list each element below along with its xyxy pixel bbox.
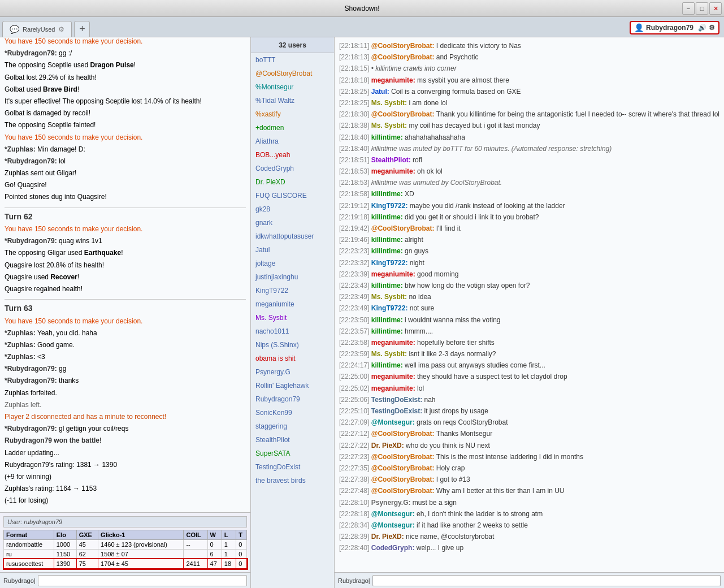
user-list-item[interactable]: +dodmen <box>251 121 334 135</box>
chat-message: [22:23:50] killintime: i wouldnt wanna m… <box>339 315 719 326</box>
stats-user-header: User: rubydragon79 <box>3 516 247 528</box>
battle-input-bar: Rubydrago| <box>0 572 250 588</box>
stats-col-header: GXE <box>76 530 98 540</box>
user-list-item[interactable]: %Tidal Waltz <box>251 94 334 107</box>
minimize-button[interactable]: − <box>682 2 695 15</box>
user-list-item[interactable]: Rubydragon79 <box>251 392 334 406</box>
chat-username: @CoolStoryBrobat: <box>371 487 436 495</box>
stats-col-header: Format <box>4 530 54 540</box>
battle-panel: You have 150 seconds to make your decisi… <box>0 37 251 588</box>
add-tab-button[interactable]: + <box>74 21 90 37</box>
chat-input[interactable] <box>372 575 721 586</box>
user-list-item[interactable]: gnark <box>251 216 334 230</box>
chat-message: [22:18:13] @CoolStoryBrobat: and Psychot… <box>339 52 719 63</box>
user-list-item[interactable]: BOB...yeah <box>251 148 334 162</box>
stats-col-header: W <box>207 530 222 540</box>
user-list-item[interactable]: the bravest birds <box>251 474 334 487</box>
user-list-item[interactable]: CodedGryph <box>251 162 334 175</box>
user-list-item[interactable]: SonicKen99 <box>251 406 334 420</box>
battle-log-line: You have 150 seconds to make your decisi… <box>5 37 246 47</box>
chat-message: [22:25:00] meganiumite: they should have… <box>339 371 719 382</box>
user-list-item[interactable]: Psynergy.G <box>251 365 334 379</box>
user-list-item[interactable]: @CoolStoryBrobat <box>251 67 334 80</box>
user-list-item[interactable]: obama is shit <box>251 352 334 365</box>
chat-timestamp: [22:28:34] <box>339 521 371 529</box>
chat-timestamp: [22:18:40] <box>339 145 371 153</box>
battle-log-line: *Rubydragon79: gl gettign your coil/reqs <box>5 423 246 434</box>
chat-username: killintime: <box>371 282 405 289</box>
stats-cell: ru <box>4 550 54 559</box>
user-list-item[interactable]: StealthPilot <box>251 433 334 447</box>
user-list-item[interactable]: Dr. PieXD <box>251 175 334 189</box>
user-list-item[interactable]: nacho1011 <box>251 325 334 338</box>
chat-timestamp: [22:27:35] <box>339 464 371 472</box>
battle-log-line: It's super effective! The opposing Scept… <box>5 96 246 107</box>
chat-timestamp: [22:18:13] <box>339 53 371 61</box>
battle-log-line: Player 2 disconnected and has a minute t… <box>5 412 246 422</box>
user-list-item[interactable]: Aliathra <box>251 135 334 148</box>
maximize-button[interactable]: □ <box>696 2 708 15</box>
window-title: Showdown! <box>344 5 379 12</box>
user-list-item[interactable]: Ms. Sysbit <box>251 311 334 325</box>
chat-username: Ms. Sysbit: <box>371 122 409 129</box>
chat-timestamp: [22:25:06] <box>339 396 371 404</box>
user-icon: 👤 <box>634 23 644 32</box>
tab-label: RarelyUsed <box>23 26 55 33</box>
chat-message: [22:18:18] meganiumite: ms sysbit you ar… <box>339 75 719 86</box>
chat-timestamp: [22:23:39] <box>339 270 371 278</box>
chat-message: [22:18:53] killintime was unmuted by Coo… <box>339 178 719 188</box>
user-list-item[interactable]: SuperSATA <box>251 447 334 460</box>
chat-message: [22:27:35] @CoolStoryBrobat: Holy crap <box>339 463 719 474</box>
settings-icon[interactable]: ⚙ <box>709 24 715 32</box>
chat-message: [22:23:39] meganiumite: good morning <box>339 269 719 280</box>
battle-log-line: *Zuphlas: Min damage! D: <box>5 144 246 155</box>
user-list-item[interactable]: FUQ GLISCORE <box>251 189 334 202</box>
user-list-item[interactable]: justinjiaxinghu <box>251 270 334 284</box>
chat-message: [22:23:57] killintime: hmmm.... <box>339 326 719 337</box>
user-list-item[interactable]: idkwhattoputasuser <box>251 230 334 243</box>
user-list-item[interactable]: Nips (S.Shinx) <box>251 338 334 352</box>
chat-username: killintime: <box>371 133 405 141</box>
tab-settings-icon: ⚙ <box>58 25 64 33</box>
chat-message: [22:28:40] CodedGryph: welp... I give up <box>339 543 719 554</box>
chat-message: [22:18:38] Ms. Sysbit: my coil has decay… <box>339 120 719 131</box>
stats-cell: 0 <box>236 550 247 559</box>
user-list-item[interactable]: %xastify <box>251 107 334 121</box>
battle-log-line: Rubydragon79 won the battle! <box>5 435 246 446</box>
battle-chat-input[interactable] <box>38 575 247 586</box>
user-list-item[interactable]: %Montsegur <box>251 80 334 94</box>
battle-log[interactable]: You have 150 seconds to make your decisi… <box>0 37 250 512</box>
battle-log-line: Golbat used Brave Bird! <box>5 84 246 95</box>
tab-rarelyused[interactable]: 💬 RarelyUsed ⚙ <box>2 21 72 37</box>
stats-cell: randombattle <box>4 540 54 550</box>
user-list-item[interactable]: Jatul <box>251 243 334 257</box>
user-list-item[interactable]: joltage <box>251 257 334 270</box>
chat-username: killintime: <box>371 213 405 221</box>
sound-icon[interactable]: 🔊 <box>698 24 706 32</box>
user-list-item[interactable]: Rollin' Eaglehawk <box>251 379 334 392</box>
battle-log-line: The opposing Sceptile used Dragon Pulse! <box>5 60 246 71</box>
user-list-item[interactable]: boTTT <box>251 53 334 67</box>
chat-username: @CoolStoryBrobat: <box>371 475 436 483</box>
stats-cell: 1 <box>222 540 236 550</box>
close-button[interactable]: ✕ <box>709 2 722 15</box>
user-list-item[interactable]: KingT9722 <box>251 284 334 297</box>
stats-body: randombattle1000451460 ± 123 (provisiona… <box>4 540 247 569</box>
user-list-item[interactable]: staggering <box>251 420 334 433</box>
chat-timestamp: [22:23:49] <box>339 304 371 312</box>
chat-log[interactable]: [22:18:11] @CoolStoryBrobat: I dedicate … <box>335 37 724 572</box>
chat-message: [22:27:22] Dr. PieXD: who do you think i… <box>339 440 719 451</box>
tabbar: 💬 RarelyUsed ⚙ + 👤 Rubydragon79 🔊 ⚙ <box>0 17 724 37</box>
chat-message: [22:25:06] TestingDoExist: nah <box>339 395 719 405</box>
chat-username: StealthPilot: <box>371 156 413 164</box>
main-content: You have 150 seconds to make your decisi… <box>0 37 724 588</box>
chat-username: killintime: <box>371 247 405 255</box>
battle-log-line: *Zuphlas: Yeah, you did. haha <box>5 328 246 339</box>
chat-username: TestingDoExist: <box>371 396 424 404</box>
user-list-item[interactable]: meganiumite <box>251 297 334 311</box>
chat-timestamp: [22:18:25] <box>339 99 371 107</box>
user-list-item[interactable]: gk28 <box>251 202 334 216</box>
username-display: Rubydragon79 <box>646 24 693 32</box>
user-list-item[interactable]: TestingDoExist <box>251 460 334 474</box>
chat-timestamp: [22:23:59] <box>339 350 371 358</box>
